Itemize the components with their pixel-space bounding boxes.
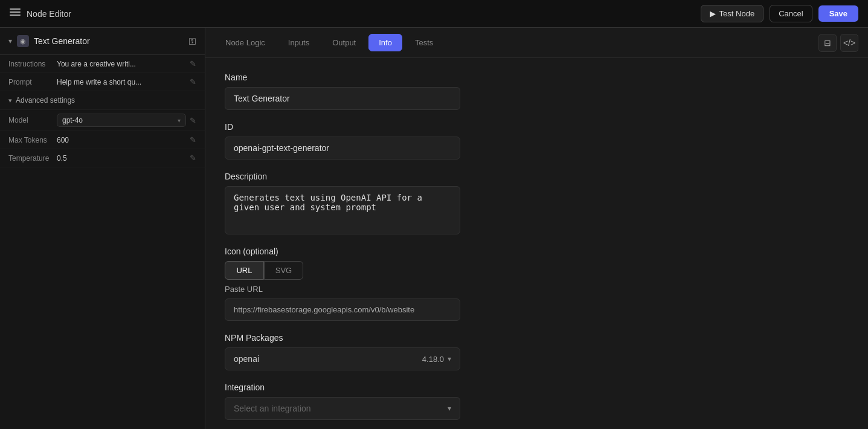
topbar-title: Node Editor — [27, 9, 71, 19]
layout-icon-button[interactable]: ⊟ — [818, 34, 837, 52]
model-chevron-icon: ▾ — [178, 117, 181, 124]
play-icon: ▶ — [710, 9, 716, 18]
integration-label: Integration — [225, 382, 849, 392]
prompt-label: Prompt — [8, 78, 57, 86]
advanced-arrow-icon: ▾ — [8, 97, 12, 105]
name-group: Name — [225, 73, 849, 110]
max-tokens-row: Max Tokens 600 ✎ — [0, 131, 205, 149]
topbar: Node Editor ▶ Test Node Cancel Save — [0, 0, 868, 28]
max-tokens-value: 600 — [57, 136, 186, 144]
prompt-row: Prompt Help me write a short qu... ✎ — [0, 73, 205, 91]
name-label: Name — [225, 73, 849, 82]
npm-package-row[interactable]: openai 4.18.0 ▾ — [225, 347, 460, 370]
menu-icon[interactable] — [10, 8, 21, 19]
tab-tests[interactable]: Tests — [405, 34, 443, 51]
tab-info[interactable]: Info — [368, 34, 402, 51]
advanced-settings-toggle[interactable]: ▾ Advanced settings — [0, 91, 205, 110]
npm-label: NPM Packages — [225, 333, 849, 343]
tabs-right: ⊟ </> — [818, 34, 858, 52]
left-panel: ▾ ◉ Text Generator ⚿ Instructions You ar… — [0, 28, 205, 429]
tab-node-logic[interactable]: Node Logic — [215, 34, 275, 51]
icon-group: Icon (optional) URL SVG Paste URL — [225, 247, 849, 321]
max-tokens-label: Max Tokens — [8, 136, 57, 144]
model-edit-icon[interactable]: ✎ — [190, 116, 196, 125]
model-value: gpt-4o — [62, 116, 83, 124]
description-label: Description — [225, 172, 849, 181]
topbar-left: Node Editor — [10, 8, 71, 19]
integration-chevron-icon: ▾ — [448, 404, 451, 413]
model-select[interactable]: gpt-4o ▾ — [57, 114, 186, 127]
instructions-value: You are a creative writi... — [57, 60, 186, 68]
icon-toggle: URL SVG — [225, 261, 303, 280]
node-type-icon: ◉ — [17, 35, 29, 47]
prompt-edit-icon[interactable]: ✎ — [190, 77, 196, 86]
paste-url-label: Paste URL — [225, 285, 849, 294]
npm-version: 4.18.0 — [422, 355, 444, 364]
tab-inputs[interactable]: Inputs — [278, 34, 320, 51]
test-node-button[interactable]: ▶ Test Node — [701, 5, 764, 22]
npm-chevron-icon: ▾ — [448, 355, 451, 363]
node-title: Text Generator — [34, 36, 90, 46]
icon-svg-button[interactable]: SVG — [264, 261, 303, 280]
id-input[interactable] — [225, 137, 460, 160]
advanced-settings-label: Advanced settings — [16, 96, 75, 105]
description-group: Description Generates text using OpenAI … — [225, 172, 849, 234]
temperature-value: 0.5 — [57, 154, 186, 163]
save-button[interactable]: Save — [818, 5, 858, 22]
layout-icon: ⊟ — [824, 38, 831, 48]
topbar-right: ▶ Test Node Cancel Save — [701, 5, 858, 22]
main-layout: ▾ ◉ Text Generator ⚿ Instructions You ar… — [0, 28, 868, 429]
prompt-value: Help me write a short qu... — [57, 78, 186, 86]
info-content: Name ID Description Generates text using… — [205, 58, 868, 429]
integration-select[interactable]: Select an integration ▾ — [225, 397, 460, 420]
model-row: Model gpt-4o ▾ ✎ — [0, 110, 205, 131]
temperature-label: Temperature — [8, 154, 57, 163]
node-header-left: ▾ ◉ Text Generator — [8, 35, 90, 47]
instructions-edit-icon[interactable]: ✎ — [190, 59, 196, 68]
name-input[interactable] — [225, 87, 460, 110]
temperature-row: Temperature 0.5 ✎ — [0, 149, 205, 167]
npm-group: NPM Packages openai 4.18.0 ▾ — [225, 333, 849, 370]
description-textarea[interactable]: Generates text using OpenAI API for a gi… — [225, 186, 460, 234]
collapse-icon[interactable]: ▾ — [8, 37, 12, 45]
instructions-label: Instructions — [8, 60, 57, 68]
node-header: ▾ ◉ Text Generator ⚿ — [0, 28, 205, 55]
icon-url-button[interactable]: URL — [225, 261, 264, 280]
tab-output[interactable]: Output — [322, 34, 366, 51]
id-label: ID — [225, 122, 849, 132]
icon-label: Icon (optional) — [225, 247, 849, 256]
max-tokens-edit-icon[interactable]: ✎ — [190, 135, 196, 144]
npm-package-name: openai — [234, 354, 259, 364]
cancel-button[interactable]: Cancel — [770, 5, 812, 22]
tabs-bar: Node Logic Inputs Output Info Tests ⊟ </… — [205, 28, 868, 58]
code-icon-button[interactable]: </> — [840, 34, 858, 52]
integration-placeholder: Select an integration — [234, 404, 311, 413]
paste-url-input[interactable] — [225, 298, 460, 321]
model-label: Model — [8, 116, 57, 124]
instructions-row: Instructions You are a creative writi...… — [0, 55, 205, 73]
tabs-left: Node Logic Inputs Output Info Tests — [215, 34, 443, 51]
temperature-edit-icon[interactable]: ✎ — [190, 153, 196, 163]
integration-group: Integration Select an integration ▾ — [225, 382, 849, 420]
id-group: ID — [225, 122, 849, 160]
npm-version-area: 4.18.0 ▾ — [422, 355, 451, 364]
node-key-icon: ⚿ — [188, 37, 196, 46]
right-panel: Node Logic Inputs Output Info Tests ⊟ </… — [205, 28, 868, 429]
code-icon: </> — [843, 38, 855, 48]
